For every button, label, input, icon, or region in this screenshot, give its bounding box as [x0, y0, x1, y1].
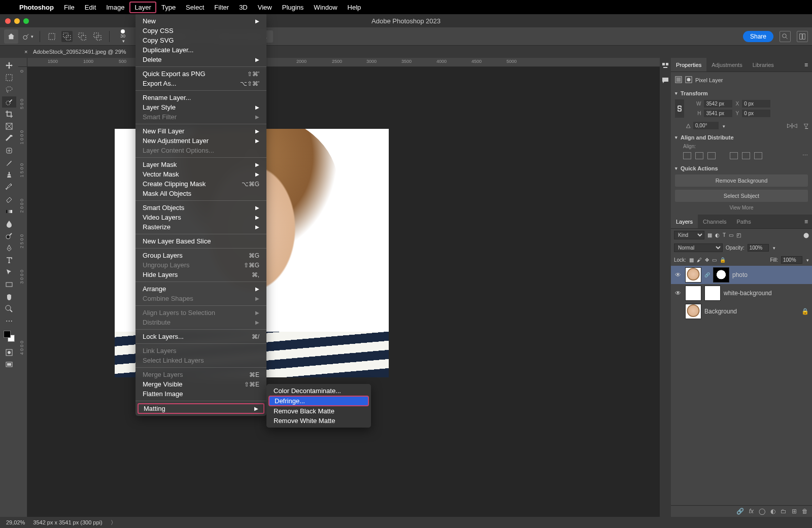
panel-menu-icon[interactable]: ≡	[800, 61, 812, 68]
menu-3d[interactable]: 3D	[234, 2, 253, 13]
fill-dropdown[interactable]	[805, 257, 809, 263]
close-window-button[interactable]	[5, 18, 11, 24]
lock-all-icon[interactable]: 🔒	[720, 257, 726, 263]
lock-transparency-icon[interactable]: ▦	[689, 257, 694, 263]
menu-filter[interactable]: Filter	[209, 2, 234, 13]
align-left-icon[interactable]	[683, 152, 691, 159]
filter-smart-icon[interactable]: ◰	[736, 232, 741, 238]
lasso-tool[interactable]	[2, 84, 16, 95]
mask-thumbnail[interactable]	[704, 286, 721, 301]
hand-tool[interactable]	[2, 291, 16, 302]
quick-selection-tool[interactable]	[2, 96, 16, 108]
height-input[interactable]	[704, 110, 732, 117]
type-tool[interactable]	[2, 255, 16, 266]
flip-horizontal-icon[interactable]: ▷|◁	[787, 122, 797, 129]
menu-edit[interactable]: Edit	[80, 2, 101, 13]
menu-select[interactable]: Select	[181, 2, 209, 13]
menu-item-vector-mask[interactable]: Vector Mask▶	[136, 169, 266, 179]
lock-pixels-icon[interactable]: 🖌	[697, 257, 702, 263]
angle-dropdown[interactable]	[722, 123, 725, 129]
visibility-toggle[interactable]: 👁	[674, 290, 682, 297]
menu-item-delete[interactable]: Delete▶	[136, 55, 266, 64]
menu-layer[interactable]: Layer	[129, 2, 156, 13]
minimize-window-button[interactable]	[14, 18, 20, 24]
quick-actions-header[interactable]: ▾Quick Actions	[675, 162, 808, 174]
menu-item-smart-objects[interactable]: Smart Objects▶	[136, 203, 266, 213]
flip-vertical-icon[interactable]: ▽̲	[804, 122, 808, 129]
menu-item-export-as-[interactable]: Export As...⌥⇧⌘'	[136, 79, 266, 88]
eraser-tool[interactable]	[2, 194, 16, 205]
menu-item-quick-export-as-png[interactable]: Quick Export as PNG⇧⌘'	[136, 69, 266, 79]
menu-view[interactable]: View	[253, 2, 277, 13]
brush-size-picker[interactable]: 30	[116, 29, 130, 44]
delete-layer-icon[interactable]: 🗑	[802, 508, 808, 515]
align-center-h-icon[interactable]	[695, 152, 703, 159]
menu-item-new-adjustment-layer[interactable]: New Adjustment Layer▶	[136, 136, 266, 146]
transform-section-header[interactable]: ▾Transform	[675, 87, 808, 99]
layer-thumbnail[interactable]	[685, 286, 701, 301]
lock-position-icon[interactable]: ✥	[705, 257, 709, 263]
screen-mode-toggle[interactable]	[2, 359, 16, 370]
submenu-item-remove-white-matte[interactable]: Remove White Matte	[266, 416, 371, 426]
angle-input[interactable]	[693, 122, 719, 129]
menu-item-hide-layers[interactable]: Hide Layers⌘,	[136, 270, 266, 279]
filter-pixel-icon[interactable]: ▦	[707, 232, 712, 238]
adjustment-layer-icon[interactable]: ◐	[770, 508, 775, 515]
filter-adjustment-icon[interactable]: ◐	[715, 232, 720, 238]
close-tab-icon[interactable]: ×	[24, 49, 27, 55]
menu-item-duplicate-layer-[interactable]: Duplicate Layer...	[136, 45, 266, 55]
layer-row-background[interactable]: Background 🔒	[671, 302, 812, 321]
zoom-tool[interactable]	[2, 303, 16, 314]
crop-tool[interactable]	[2, 109, 16, 120]
home-button[interactable]	[4, 29, 18, 44]
document-dimensions[interactable]: 3542 px x 3541 px (300 ppi)	[33, 519, 102, 525]
x-input[interactable]	[742, 100, 770, 108]
align-right-icon[interactable]	[707, 152, 716, 159]
mask-link-icon[interactable]: 🔗	[704, 272, 710, 277]
view-more-link[interactable]: View More	[675, 205, 808, 210]
menu-item-new-fill-layer[interactable]: New Fill Layer▶	[136, 126, 266, 136]
filter-shape-icon[interactable]: ▭	[729, 232, 733, 238]
layer-name[interactable]: white-background	[724, 290, 772, 297]
submenu-item-remove-black-matte[interactable]: Remove Black Matte	[266, 406, 371, 416]
align-more-icon[interactable]: ⋯	[802, 152, 808, 159]
gradient-tool[interactable]	[2, 206, 16, 217]
brush-tool[interactable]	[2, 157, 16, 168]
layer-kind-filter[interactable]: Kind	[674, 231, 704, 239]
menu-item-flatten-image[interactable]: Flatten Image	[136, 389, 266, 399]
submenu-item-defringe-[interactable]: Defringe...	[268, 396, 369, 406]
comments-icon[interactable]	[661, 76, 669, 84]
menu-item-create-clipping-mask[interactable]: Create Clipping Mask⌥⌘G	[136, 179, 266, 189]
layer-thumbnail[interactable]	[685, 267, 701, 283]
tab-properties[interactable]: Properties	[671, 58, 706, 72]
menu-file[interactable]: File	[59, 2, 80, 13]
align-section-header[interactable]: ▾Align and Distribute	[675, 131, 808, 144]
panel-icon[interactable]	[661, 62, 669, 70]
status-chevron-icon[interactable]: 〉	[111, 519, 116, 526]
align-top-icon[interactable]	[730, 152, 738, 159]
width-input[interactable]	[704, 100, 732, 108]
link-dimensions-icon[interactable]	[675, 99, 684, 118]
filter-toggle[interactable]: ⬤	[803, 232, 809, 238]
dodge-tool[interactable]	[2, 230, 16, 241]
select-subject-button[interactable]: Select Subject	[675, 190, 808, 202]
marquee-tool[interactable]	[2, 72, 16, 83]
healing-brush-tool[interactable]	[2, 145, 16, 156]
foreground-color-swatch[interactable]	[4, 331, 11, 338]
tab-channels[interactable]: Channels	[698, 215, 731, 228]
tool-preset-picker[interactable]	[22, 31, 33, 42]
canvas-area[interactable]: 1500 1000 500 2000 2500 3000 3500 4000 4…	[18, 58, 660, 517]
visibility-toggle[interactable]: 👁	[674, 271, 682, 278]
menu-item-video-layers[interactable]: Video Layers▶	[136, 213, 266, 222]
ruler-vertical[interactable]: 0 5 0 0 1 0 0 0 1 5 0 0 2 0 0 0 2 5 0 0 …	[18, 67, 27, 517]
selection-new-icon[interactable]	[46, 31, 57, 42]
menu-item-mask-all-objects[interactable]: Mask All Objects	[136, 189, 266, 198]
frame-tool[interactable]	[2, 121, 16, 132]
menu-item-rename-layer-[interactable]: Rename Layer...	[136, 93, 266, 102]
menu-item-merge-visible[interactable]: Merge Visible⇧⌘E	[136, 379, 266, 389]
menu-image[interactable]: Image	[101, 2, 129, 13]
menu-window[interactable]: Window	[309, 2, 342, 13]
menu-item-layer-style[interactable]: Layer Style▶	[136, 102, 266, 112]
maximize-window-button[interactable]	[23, 18, 29, 24]
menu-item-lock-layers-[interactable]: Lock Layers...⌘/	[136, 332, 266, 341]
